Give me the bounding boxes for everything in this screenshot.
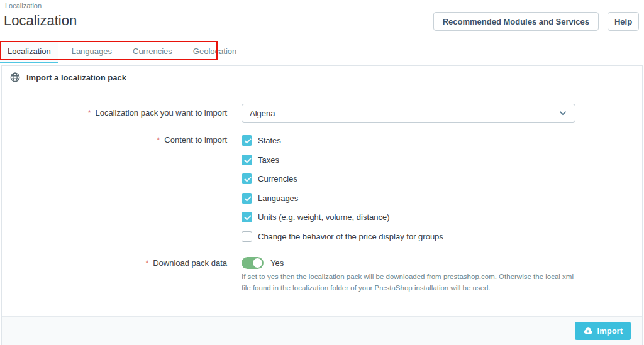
- content-to-import-label: *Content to import: [2, 135, 227, 145]
- breadcrumb[interactable]: Localization: [5, 2, 42, 9]
- checkbox-row-units: Units (e.g. weight, volume, distance): [242, 212, 390, 222]
- chevron-down-icon: [558, 109, 567, 118]
- selected-pack-value: Algeria: [250, 109, 275, 118]
- checkbox-label: Units (e.g. weight, volume, distance): [258, 212, 390, 222]
- panel-title: Import a localization pack: [26, 73, 126, 82]
- checkbox-row-languages: Languages: [242, 193, 298, 204]
- tab-localization[interactable]: Localization: [0, 41, 58, 63]
- download-pack-toggle[interactable]: [242, 257, 264, 269]
- download-toggle-row: Yes: [242, 257, 284, 269]
- panel-header: Import a localization pack: [2, 66, 642, 89]
- page-header: Localization Localization Recommended Mo…: [0, 0, 644, 38]
- import-localization-panel: Import a localization pack *Localization…: [1, 65, 643, 345]
- localization-pack-select[interactable]: Algeria: [242, 104, 575, 123]
- recommended-modules-button[interactable]: Recommended Modules and Services: [433, 12, 599, 31]
- checkbox-label: Currencies: [258, 173, 297, 184]
- tab-currencies[interactable]: Currencies: [125, 41, 180, 63]
- help-button[interactable]: Help: [608, 12, 639, 31]
- page-title: Localization: [4, 13, 77, 29]
- import-button-label: Import: [597, 326, 623, 336]
- checkbox-row-states: States: [242, 135, 281, 146]
- import-button[interactable]: Import: [575, 322, 631, 340]
- localization-page: Localization Localization Recommended Mo…: [0, 0, 644, 345]
- pack-select-label: *Localization pack you want to import: [2, 108, 227, 118]
- required-asterisk: *: [145, 258, 148, 268]
- tab-languages[interactable]: Languages: [64, 41, 119, 63]
- checkbox-row-taxes: Taxes: [242, 155, 279, 165]
- checkbox-row-currencies: Currencies: [242, 173, 297, 184]
- languages-checkbox[interactable]: [242, 193, 252, 204]
- units-checkbox[interactable]: [242, 212, 252, 222]
- checkbox-label: Taxes: [258, 155, 279, 165]
- taxes-checkbox[interactable]: [242, 155, 252, 165]
- toggle-knob: [253, 258, 262, 268]
- toggle-state-label: Yes: [270, 258, 284, 268]
- checkbox-label: Change the behavior of the price display…: [258, 231, 443, 242]
- required-asterisk: *: [87, 108, 91, 118]
- price-display-checkbox[interactable]: [242, 231, 252, 242]
- states-checkbox[interactable]: [242, 135, 252, 146]
- checkbox-label: Languages: [258, 193, 298, 204]
- download-help-text: If set to yes then the localization pack…: [242, 271, 577, 294]
- cloud-download-icon: [583, 326, 593, 336]
- checkbox-row-price-display: Change the behavior of the price display…: [242, 231, 443, 242]
- tab-geolocation[interactable]: Geolocation: [186, 41, 244, 63]
- download-pack-data-label: *Download pack data: [2, 258, 227, 268]
- required-asterisk: *: [157, 135, 160, 145]
- tab-bar: Localization Languages Currencies Geoloc…: [0, 38, 644, 65]
- panel-footer: Import: [2, 316, 642, 345]
- globe-icon: [9, 72, 21, 83]
- checkbox-label: States: [258, 135, 281, 146]
- currencies-checkbox[interactable]: [242, 173, 252, 184]
